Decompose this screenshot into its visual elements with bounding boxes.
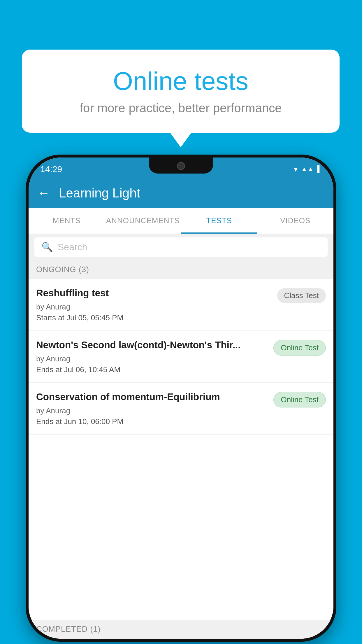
app-header: ← Learning Light [29, 178, 333, 208]
tab-bar: MENTS ANNOUNCEMENTS TESTS VIDEOS [29, 208, 333, 234]
status-time: 14:29 [40, 162, 62, 174]
test-item-newtons-date: Ends at Jul 06, 10:45 AM [36, 365, 268, 374]
test-item-conservation-date: Ends at Jun 10, 06:00 PM [36, 417, 268, 426]
completed-section-label: COMPLETED (1) [29, 620, 333, 639]
battery-icon: ▌ [317, 165, 322, 173]
phone-frame: 14:29 ▾ ▲▲ ▌ ← Learning Light MENTS ANNO… [26, 155, 336, 642]
test-item-newtons-name: Newton's Second law(contd)-Newton's Thir… [36, 339, 268, 351]
test-item-conservation[interactable]: Conservation of momentum-Equilibrium by … [29, 383, 333, 435]
speech-bubble: Online tests for more practice, better p… [22, 50, 340, 133]
search-container: 🔍 Search [29, 234, 333, 260]
test-badge-online-1: Online Test [273, 340, 326, 356]
search-box[interactable]: 🔍 Search [34, 237, 328, 257]
phone-screen: 14:29 ▾ ▲▲ ▌ ← Learning Light MENTS ANNO… [29, 158, 333, 639]
test-item-conservation-content: Conservation of momentum-Equilibrium by … [36, 391, 273, 426]
wifi-icon: ▾ [294, 165, 298, 174]
back-button[interactable]: ← [37, 187, 50, 200]
test-list: Reshuffling test by Anurag Starts at Jul… [29, 279, 333, 639]
test-item-reshuffling-content: Reshuffling test by Anurag Starts at Jul… [36, 287, 277, 322]
test-item-conservation-by: by Anurag [36, 406, 268, 415]
test-badge-online-2: Online Test [273, 392, 326, 407]
speech-bubble-subtitle: for more practice, better performance [45, 101, 316, 115]
tab-videos[interactable]: VIDEOS [257, 208, 334, 234]
phone-notch [149, 158, 213, 174]
speech-bubble-title: Online tests [45, 67, 316, 95]
status-icons: ▾ ▲▲ ▌ [294, 162, 322, 174]
test-item-reshuffling-by: by Anurag [36, 302, 271, 312]
tab-tests[interactable]: TESTS [181, 208, 257, 234]
tab-ments[interactable]: MENTS [29, 208, 105, 234]
app-title: Learning Light [59, 186, 140, 200]
search-input[interactable]: Search [58, 242, 87, 253]
completed-label-text: COMPLETED (1) [36, 625, 101, 634]
tab-announcements[interactable]: ANNOUNCEMENTS [105, 208, 181, 234]
test-badge-class: Class Test [277, 288, 326, 303]
test-item-newtons-by: by Anurag [36, 354, 268, 363]
ongoing-section-label: ONGOING (3) [29, 260, 333, 279]
search-icon: 🔍 [41, 242, 53, 253]
test-item-newtons-content: Newton's Second law(contd)-Newton's Thir… [36, 339, 273, 374]
test-item-conservation-name: Conservation of momentum-Equilibrium [36, 391, 268, 403]
test-item-newtons[interactable]: Newton's Second law(contd)-Newton's Thir… [29, 331, 333, 383]
ongoing-label-text: ONGOING (3) [36, 265, 89, 274]
test-item-reshuffling-name: Reshuffling test [36, 287, 271, 300]
test-item-reshuffling[interactable]: Reshuffling test by Anurag Starts at Jul… [29, 279, 333, 331]
camera-icon [177, 162, 185, 170]
signal-icon: ▲▲ [301, 165, 314, 173]
test-item-reshuffling-date: Starts at Jul 05, 05:45 PM [36, 313, 271, 322]
